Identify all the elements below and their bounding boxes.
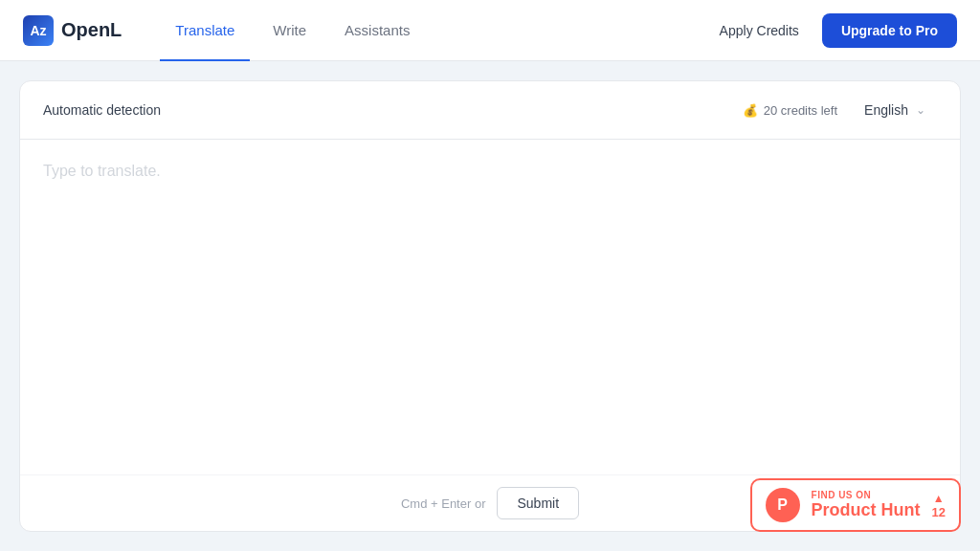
header: Az OpenL Translate Write Assistants Appl… bbox=[0, 0, 980, 61]
main-nav: Translate Write Assistants bbox=[160, 14, 677, 46]
submit-button[interactable]: Submit bbox=[497, 487, 579, 519]
textarea-wrapper bbox=[20, 140, 960, 474]
logo-icon: Az bbox=[23, 15, 54, 46]
logo[interactable]: Az OpenL bbox=[23, 15, 122, 46]
translate-toolbar: Automatic detection 💰 20 credits left En… bbox=[20, 81, 960, 140]
product-hunt-name: Product Hunt bbox=[812, 500, 921, 520]
logo-text: OpenL bbox=[61, 19, 122, 41]
apply-credits-button[interactable]: Apply Credits bbox=[708, 15, 811, 46]
translate-card: Automatic detection 💰 20 credits left En… bbox=[19, 80, 961, 532]
upgrade-button[interactable]: Upgrade to Pro bbox=[822, 13, 957, 48]
nav-item-translate[interactable]: Translate bbox=[160, 14, 250, 46]
upvote-count: 12 bbox=[932, 505, 946, 519]
product-hunt-logo: P bbox=[766, 488, 800, 522]
credits-text: 20 credits left bbox=[764, 103, 837, 118]
product-hunt-badge[interactable]: P FIND US ON Product Hunt ▲ 12 bbox=[750, 478, 961, 532]
translate-input[interactable] bbox=[20, 140, 960, 474]
nav-item-assistants[interactable]: Assistants bbox=[329, 14, 425, 46]
language-label: English bbox=[864, 102, 908, 118]
upvote-icon: ▲ bbox=[933, 492, 945, 505]
product-hunt-count: ▲ 12 bbox=[932, 492, 946, 519]
language-selector[interactable]: English ⌄ bbox=[853, 97, 937, 123]
product-hunt-text: FIND US ON Product Hunt bbox=[812, 490, 921, 520]
nav-item-write[interactable]: Write bbox=[257, 14, 322, 46]
product-hunt-find-us: FIND US ON bbox=[812, 490, 921, 500]
credits-badge: 💰 20 credits left bbox=[743, 103, 837, 118]
header-actions: Apply Credits Upgrade to Pro bbox=[708, 13, 957, 48]
auto-detect-label: Automatic detection bbox=[43, 102, 161, 118]
chevron-down-icon: ⌄ bbox=[916, 103, 925, 117]
keyboard-hint: Cmd + Enter or bbox=[401, 496, 486, 511]
credits-icon: 💰 bbox=[743, 103, 758, 118]
